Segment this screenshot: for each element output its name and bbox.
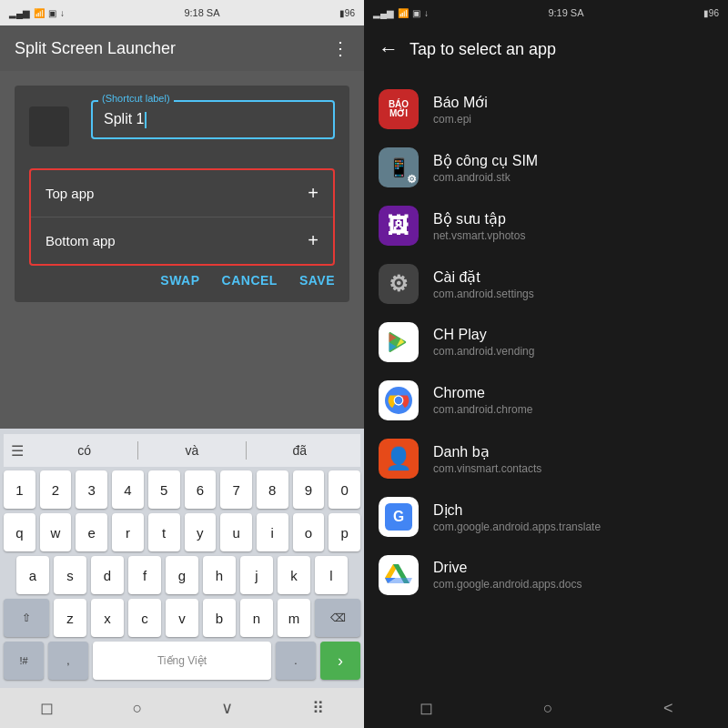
key-r[interactable]: r (112, 513, 144, 551)
bottom-app-row[interactable]: Bottom app + (31, 217, 333, 264)
sim-name: Bộ công cụ SIM (433, 152, 538, 169)
suggestion-3[interactable]: đã (247, 440, 353, 461)
gallery-icon-right: ▣ (412, 8, 420, 18)
key-a[interactable]: a (16, 556, 49, 594)
nav-circle-right[interactable]: ○ (521, 692, 575, 725)
right-panel: ▂▄▆ 📶 ▣ ↓ 9:19 SA ▮96 ← Tap to select an… (364, 0, 728, 728)
translate-svg: G (385, 503, 412, 531)
key-d[interactable]: d (91, 556, 124, 594)
nav-square-right[interactable]: ◻ (398, 691, 455, 725)
backspace-key[interactable]: ⌫ (315, 599, 360, 637)
chrome-info: Chrome com.android.chrome (433, 385, 532, 416)
key-2[interactable]: 2 (40, 470, 72, 509)
nav-menu-left[interactable]: ⠿ (290, 691, 346, 725)
list-item[interactable]: Drive com.google.android.apps.docs (364, 546, 728, 604)
suggestion-2[interactable]: và (138, 440, 245, 461)
key-7[interactable]: 7 (220, 470, 252, 509)
nav-recents-left[interactable]: ◻ (18, 691, 76, 725)
gallery-icon: ▣ (48, 8, 56, 18)
back-button[interactable]: ← (379, 37, 399, 61)
key-1[interactable]: 1 (4, 470, 35, 509)
top-app-row[interactable]: Top app + (31, 170, 333, 217)
key-3[interactable]: 3 (76, 470, 107, 509)
hamburger-icon[interactable]: ☰ (11, 442, 24, 460)
shortcut-name-input[interactable]: Split 1 (91, 100, 335, 139)
key-m[interactable]: m (278, 599, 310, 637)
key-g[interactable]: g (166, 556, 198, 594)
key-i[interactable]: i (257, 513, 288, 551)
drive-info: Drive com.google.android.apps.docs (433, 560, 581, 591)
sim-icon: 📱 ⚙ (379, 147, 419, 187)
top-app-label: Top app (46, 186, 94, 201)
key-o[interactable]: o (293, 513, 325, 551)
chplay-svg (386, 329, 411, 355)
key-s[interactable]: s (54, 556, 86, 594)
nav-home-left[interactable]: ○ (111, 692, 165, 725)
suggestion-1[interactable]: có (31, 440, 137, 461)
list-item[interactable]: ⚙ Cài đặt com.android.settings (364, 255, 728, 313)
special-chars-key[interactable]: !# (4, 642, 44, 680)
key-l[interactable]: l (315, 556, 348, 594)
dialog-actions: SWAP CANCEL SAVE (29, 266, 335, 288)
enter-key[interactable]: › (320, 642, 360, 680)
chrome-name: Chrome (433, 385, 532, 401)
key-z[interactable]: z (54, 599, 86, 637)
period-key[interactable]: . (276, 642, 316, 680)
list-item[interactable]: Chrome com.android.chrome (364, 371, 728, 430)
number-row: 1 2 3 4 5 6 7 8 9 0 (4, 470, 360, 509)
key-b[interactable]: b (203, 599, 236, 637)
key-u[interactable]: u (220, 513, 252, 551)
list-item[interactable]: G Dịch com.google.android.apps.translate (364, 488, 728, 546)
key-v[interactable]: v (166, 599, 198, 637)
translate-name: Dịch (433, 501, 601, 519)
keyboard: ☰ có và đã 1 2 3 4 5 6 7 8 9 0 q w e r t (0, 429, 364, 688)
contacts-name: Danh bạ (433, 443, 541, 460)
settings-icon: ⚙ (379, 264, 419, 304)
key-9[interactable]: 9 (293, 470, 325, 509)
nav-back-right[interactable]: < (642, 692, 695, 725)
key-y[interactable]: y (185, 513, 217, 551)
key-8[interactable]: 8 (257, 470, 288, 509)
shift-key[interactable]: ⇧ (4, 599, 49, 637)
key-5[interactable]: 5 (148, 470, 180, 509)
key-0[interactable]: 0 (329, 470, 360, 509)
list-item[interactable]: BÁOMỚI Báo Mới com.epi (364, 80, 728, 138)
key-x[interactable]: x (91, 599, 124, 637)
key-f[interactable]: f (128, 556, 161, 594)
comma-key[interactable]: , (48, 642, 88, 680)
baomoi-name: Báo Mới (433, 94, 488, 111)
key-c[interactable]: c (128, 599, 161, 637)
swap-button[interactable]: SWAP (160, 273, 199, 288)
space-key[interactable]: Tiếng Việt (93, 642, 271, 680)
bottom-app-label: Bottom app (46, 233, 116, 248)
key-q[interactable]: q (4, 513, 35, 551)
key-t[interactable]: t (148, 513, 180, 551)
app-header: Split Screen Launcher ⋮ (0, 25, 364, 71)
key-w[interactable]: w (40, 513, 72, 551)
more-options-button[interactable]: ⋮ (331, 37, 349, 59)
key-k[interactable]: k (278, 556, 310, 594)
list-item[interactable]: 🖼 Bộ sưu tập net.vsmart.vphotos (364, 197, 728, 255)
bottom-app-plus-icon[interactable]: + (308, 230, 318, 251)
key-n[interactable]: n (240, 599, 273, 637)
key-e[interactable]: e (76, 513, 107, 551)
chplay-icon (379, 322, 419, 362)
key-6[interactable]: 6 (185, 470, 217, 509)
key-4[interactable]: 4 (112, 470, 144, 509)
save-button[interactable]: SAVE (299, 273, 335, 288)
key-p[interactable]: p (329, 513, 360, 551)
signal-icon: ▂▄▆ (9, 8, 30, 18)
battery-icon-right: ▮96 (703, 8, 719, 18)
nav-back-left[interactable]: ∨ (199, 691, 255, 725)
list-item[interactable]: 📱 ⚙ Bộ công cụ SIM com.android.stk (364, 138, 728, 197)
settings-package: com.android.settings (433, 288, 534, 300)
cancel-button[interactable]: CANCEL (222, 273, 278, 288)
key-j[interactable]: j (240, 556, 273, 594)
photos-package: net.vsmart.vphotos (433, 229, 525, 242)
chrome-svg (385, 387, 412, 414)
list-item[interactable]: CH Play com.android.vending (364, 313, 728, 371)
top-app-plus-icon[interactable]: + (308, 183, 318, 204)
wifi-icon: 📶 (34, 8, 45, 18)
key-h[interactable]: h (203, 556, 236, 594)
list-item[interactable]: 👤 Danh bạ com.vinsmart.contacts (364, 430, 728, 488)
